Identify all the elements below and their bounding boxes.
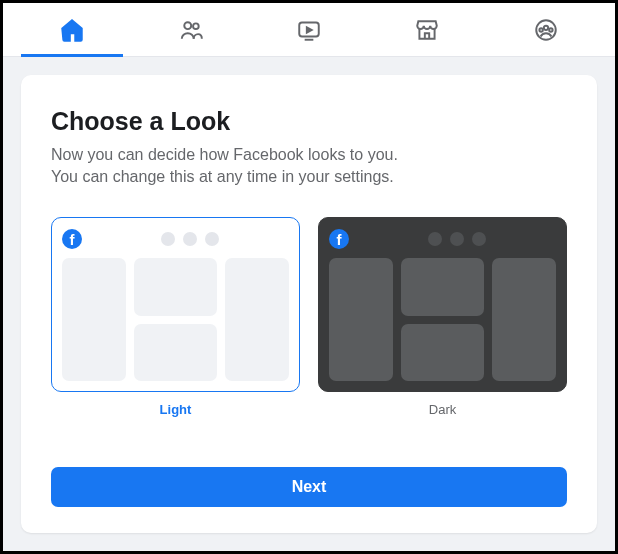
dialog-description: Now you can decide how Facebook looks to… [51, 144, 567, 187]
friends-icon [178, 17, 204, 43]
theme-preview-dark: f [318, 217, 567, 392]
nav-marketplace[interactable] [368, 3, 486, 56]
svg-point-4 [544, 25, 548, 29]
theme-options: f Light f Dark [51, 217, 567, 417]
nav-groups[interactable] [487, 3, 605, 56]
watch-icon [296, 17, 322, 43]
theme-option-dark[interactable]: f Dark [318, 217, 567, 417]
nav-friends[interactable] [131, 3, 249, 56]
nav-home[interactable] [13, 3, 131, 56]
top-nav [3, 3, 615, 57]
svg-point-6 [549, 28, 552, 31]
theme-label-light: Light [160, 402, 192, 417]
groups-icon [533, 17, 559, 43]
theme-option-light[interactable]: f Light [51, 217, 300, 417]
marketplace-icon [414, 17, 440, 43]
content-area: Choose a Look Now you can decide how Fac… [3, 57, 615, 551]
svg-point-5 [539, 28, 542, 31]
nav-watch[interactable] [250, 3, 368, 56]
theme-label-dark: Dark [429, 402, 456, 417]
svg-point-0 [184, 22, 191, 29]
facebook-logo-icon: f [62, 229, 82, 249]
svg-point-1 [193, 23, 199, 29]
theme-preview-light: f [51, 217, 300, 392]
home-icon [59, 17, 85, 43]
facebook-logo-icon: f [329, 229, 349, 249]
appearance-dialog: Choose a Look Now you can decide how Fac… [21, 75, 597, 533]
next-button[interactable]: Next [51, 467, 567, 507]
dialog-title: Choose a Look [51, 107, 567, 136]
